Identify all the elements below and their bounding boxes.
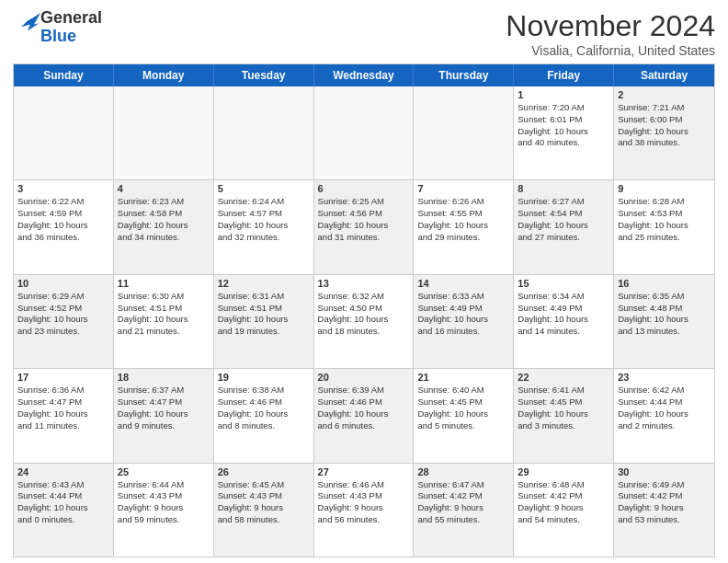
calendar-cell-1-4: 7Sunrise: 6:26 AM Sunset: 4:55 PM Daylig… bbox=[414, 180, 514, 273]
day-number: 16 bbox=[618, 278, 711, 289]
day-number: 18 bbox=[118, 372, 210, 383]
day-info: Sunrise: 6:46 AM Sunset: 4:43 PM Dayligh… bbox=[318, 479, 410, 526]
day-number: 3 bbox=[17, 183, 109, 194]
calendar-cell-3-5: 22Sunrise: 6:41 AM Sunset: 4:45 PM Dayli… bbox=[514, 369, 614, 462]
calendar-cell-2-0: 10Sunrise: 6:29 AM Sunset: 4:52 PM Dayli… bbox=[14, 275, 114, 368]
calendar-cell-2-6: 16Sunrise: 6:35 AM Sunset: 4:48 PM Dayli… bbox=[614, 275, 714, 368]
header-day-sunday: Sunday bbox=[14, 64, 114, 86]
day-number: 27 bbox=[318, 466, 410, 477]
day-number: 13 bbox=[318, 278, 410, 289]
header-day-wednesday: Wednesday bbox=[314, 64, 415, 86]
calendar-cell-2-1: 11Sunrise: 6:30 AM Sunset: 4:51 PM Dayli… bbox=[114, 275, 214, 368]
day-number: 10 bbox=[17, 278, 109, 289]
day-info: Sunrise: 6:41 AM Sunset: 4:45 PM Dayligh… bbox=[518, 385, 609, 431]
day-info: Sunrise: 6:47 AM Sunset: 4:42 PM Dayligh… bbox=[417, 479, 509, 526]
day-number: 1 bbox=[518, 89, 609, 100]
logo-bird-icon bbox=[15, 13, 40, 39]
day-number: 21 bbox=[417, 372, 509, 383]
day-info: Sunrise: 6:36 AM Sunset: 4:47 PM Dayligh… bbox=[17, 385, 109, 431]
day-info: Sunrise: 6:24 AM Sunset: 4:57 PM Dayligh… bbox=[218, 196, 310, 243]
calendar-cell-3-0: 17Sunrise: 6:36 AM Sunset: 4:47 PM Dayli… bbox=[14, 369, 114, 462]
day-info: Sunrise: 6:44 AM Sunset: 4:43 PM Dayligh… bbox=[118, 479, 210, 526]
header-day-saturday: Saturday bbox=[614, 64, 714, 86]
day-number: 17 bbox=[17, 372, 109, 383]
logo-blue: Blue bbox=[40, 28, 102, 46]
day-number: 25 bbox=[118, 466, 210, 477]
day-number: 24 bbox=[17, 466, 109, 477]
logo: General Blue bbox=[13, 9, 102, 46]
calendar: SundayMondayTuesdayWednesdayThursdayFrid… bbox=[13, 63, 715, 557]
day-info: Sunrise: 6:40 AM Sunset: 4:45 PM Dayligh… bbox=[417, 385, 509, 431]
calendar-cell-2-4: 14Sunrise: 6:33 AM Sunset: 4:49 PM Dayli… bbox=[414, 275, 514, 368]
header: General Blue November 2024 Visalia, Cali… bbox=[13, 9, 715, 58]
day-info: Sunrise: 6:37 AM Sunset: 4:47 PM Dayligh… bbox=[118, 385, 210, 431]
calendar-cell-4-2: 26Sunrise: 6:45 AM Sunset: 4:43 PM Dayli… bbox=[214, 464, 314, 557]
calendar-cell-4-0: 24Sunrise: 6:43 AM Sunset: 4:44 PM Dayli… bbox=[14, 464, 114, 557]
calendar-row-0: 1Sunrise: 7:20 AM Sunset: 6:01 PM Daylig… bbox=[14, 86, 714, 180]
calendar-cell-4-1: 25Sunrise: 6:44 AM Sunset: 4:43 PM Dayli… bbox=[114, 464, 214, 557]
day-number: 12 bbox=[218, 278, 310, 289]
calendar-cell-3-1: 18Sunrise: 6:37 AM Sunset: 4:47 PM Dayli… bbox=[114, 369, 214, 462]
day-info: Sunrise: 7:21 AM Sunset: 6:00 PM Dayligh… bbox=[618, 102, 711, 149]
day-info: Sunrise: 6:34 AM Sunset: 4:49 PM Dayligh… bbox=[518, 291, 609, 338]
logo-text: General Blue bbox=[40, 9, 102, 46]
day-number: 14 bbox=[417, 278, 509, 289]
calendar-cell-0-4 bbox=[414, 86, 514, 179]
day-number: 15 bbox=[518, 278, 609, 289]
calendar-cell-1-1: 4Sunrise: 6:23 AM Sunset: 4:58 PM Daylig… bbox=[114, 180, 214, 273]
header-day-tuesday: Tuesday bbox=[214, 64, 314, 86]
day-number: 5 bbox=[218, 183, 310, 194]
day-info: Sunrise: 6:38 AM Sunset: 4:46 PM Dayligh… bbox=[218, 385, 310, 431]
day-number: 23 bbox=[618, 372, 711, 383]
calendar-cell-4-5: 29Sunrise: 6:48 AM Sunset: 4:42 PM Dayli… bbox=[514, 464, 614, 557]
day-number: 20 bbox=[318, 372, 410, 383]
calendar-cell-1-6: 9Sunrise: 6:28 AM Sunset: 4:53 PM Daylig… bbox=[614, 180, 714, 273]
day-info: Sunrise: 6:35 AM Sunset: 4:48 PM Dayligh… bbox=[618, 291, 711, 338]
header-day-monday: Monday bbox=[114, 64, 214, 86]
day-number: 22 bbox=[518, 372, 609, 383]
day-number: 29 bbox=[518, 466, 609, 477]
calendar-cell-1-5: 8Sunrise: 6:27 AM Sunset: 4:54 PM Daylig… bbox=[514, 180, 614, 273]
day-number: 8 bbox=[518, 183, 609, 194]
svg-marker-0 bbox=[21, 13, 40, 31]
day-info: Sunrise: 6:27 AM Sunset: 4:54 PM Dayligh… bbox=[518, 196, 609, 243]
calendar-header: SundayMondayTuesdayWednesdayThursdayFrid… bbox=[14, 64, 714, 86]
calendar-cell-3-3: 20Sunrise: 6:39 AM Sunset: 4:46 PM Dayli… bbox=[314, 369, 415, 462]
calendar-cell-2-5: 15Sunrise: 6:34 AM Sunset: 4:49 PM Dayli… bbox=[514, 275, 614, 368]
day-number: 30 bbox=[618, 466, 711, 477]
calendar-cell-4-4: 28Sunrise: 6:47 AM Sunset: 4:42 PM Dayli… bbox=[414, 464, 514, 557]
day-info: Sunrise: 6:22 AM Sunset: 4:59 PM Dayligh… bbox=[17, 196, 109, 243]
day-info: Sunrise: 7:20 AM Sunset: 6:01 PM Dayligh… bbox=[518, 102, 609, 149]
calendar-row-3: 17Sunrise: 6:36 AM Sunset: 4:47 PM Dayli… bbox=[14, 369, 714, 463]
day-number: 9 bbox=[618, 183, 711, 194]
location: Visalia, California, United States bbox=[506, 43, 715, 58]
day-info: Sunrise: 6:48 AM Sunset: 4:42 PM Dayligh… bbox=[518, 479, 609, 526]
day-number: 4 bbox=[118, 183, 210, 194]
calendar-body: 1Sunrise: 7:20 AM Sunset: 6:01 PM Daylig… bbox=[14, 86, 714, 557]
day-info: Sunrise: 6:39 AM Sunset: 4:46 PM Dayligh… bbox=[318, 385, 410, 431]
day-info: Sunrise: 6:25 AM Sunset: 4:56 PM Dayligh… bbox=[318, 196, 410, 243]
day-number: 2 bbox=[618, 89, 711, 100]
logo-general: General bbox=[40, 9, 102, 28]
day-number: 19 bbox=[218, 372, 310, 383]
day-number: 28 bbox=[417, 466, 509, 477]
calendar-cell-0-3 bbox=[314, 86, 415, 179]
calendar-row-1: 3Sunrise: 6:22 AM Sunset: 4:59 PM Daylig… bbox=[14, 180, 714, 274]
calendar-cell-0-5: 1Sunrise: 7:20 AM Sunset: 6:01 PM Daylig… bbox=[514, 86, 614, 179]
day-info: Sunrise: 6:45 AM Sunset: 4:43 PM Dayligh… bbox=[218, 479, 310, 526]
calendar-cell-3-4: 21Sunrise: 6:40 AM Sunset: 4:45 PM Dayli… bbox=[414, 369, 514, 462]
day-number: 7 bbox=[417, 183, 509, 194]
calendar-cell-2-2: 12Sunrise: 6:31 AM Sunset: 4:51 PM Dayli… bbox=[214, 275, 314, 368]
day-info: Sunrise: 6:42 AM Sunset: 4:44 PM Dayligh… bbox=[618, 385, 711, 431]
calendar-cell-1-0: 3Sunrise: 6:22 AM Sunset: 4:59 PM Daylig… bbox=[14, 180, 114, 273]
calendar-cell-1-2: 5Sunrise: 6:24 AM Sunset: 4:57 PM Daylig… bbox=[214, 180, 314, 273]
calendar-row-4: 24Sunrise: 6:43 AM Sunset: 4:44 PM Dayli… bbox=[14, 464, 714, 557]
day-info: Sunrise: 6:33 AM Sunset: 4:49 PM Dayligh… bbox=[417, 291, 509, 338]
day-info: Sunrise: 6:26 AM Sunset: 4:55 PM Dayligh… bbox=[417, 196, 509, 243]
calendar-cell-3-2: 19Sunrise: 6:38 AM Sunset: 4:46 PM Dayli… bbox=[214, 369, 314, 462]
calendar-cell-1-3: 6Sunrise: 6:25 AM Sunset: 4:56 PM Daylig… bbox=[314, 180, 415, 273]
calendar-cell-4-6: 30Sunrise: 6:49 AM Sunset: 4:42 PM Dayli… bbox=[614, 464, 714, 557]
calendar-cell-4-3: 27Sunrise: 6:46 AM Sunset: 4:43 PM Dayli… bbox=[314, 464, 415, 557]
day-info: Sunrise: 6:30 AM Sunset: 4:51 PM Dayligh… bbox=[118, 291, 210, 338]
calendar-cell-0-0 bbox=[14, 86, 114, 179]
